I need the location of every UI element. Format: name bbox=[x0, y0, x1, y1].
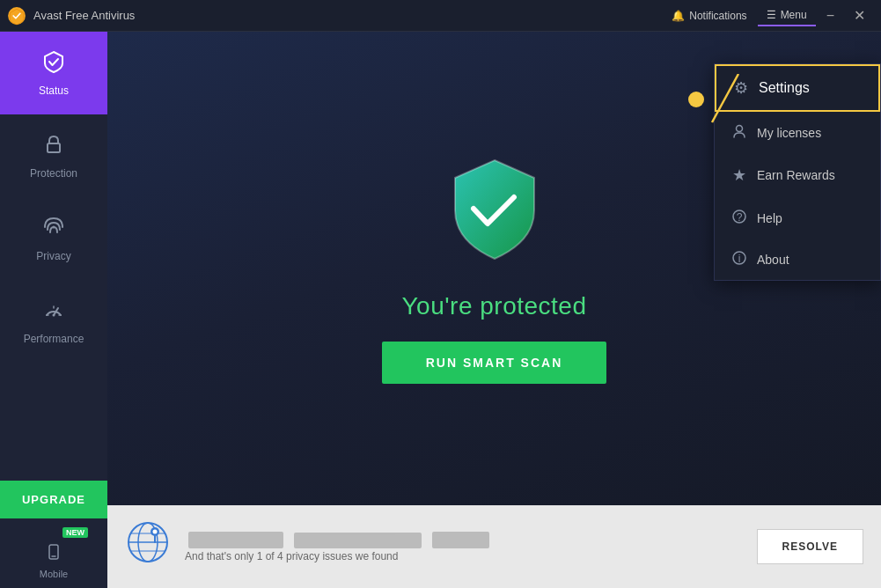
svg-rect-1 bbox=[48, 143, 60, 152]
new-badge: NEW bbox=[62, 527, 88, 538]
menu-button[interactable]: ☰ Menu bbox=[758, 5, 816, 26]
titlebar: Avast Free Antivirus 🔔 Notifications ☰ M… bbox=[0, 0, 881, 32]
app-body: Status Protection Privacy bbox=[0, 32, 881, 588]
notifications-button[interactable]: 🔔 Notifications bbox=[663, 6, 755, 26]
main-content: You're protected RUN SMART SCAN bbox=[107, 32, 881, 588]
sidebar: Status Protection Privacy bbox=[0, 32, 107, 588]
menu-icon: ☰ bbox=[767, 9, 776, 21]
app-logo bbox=[7, 6, 26, 26]
resolve-button[interactable]: RESOLVE bbox=[757, 529, 863, 564]
dropdown-item-help[interactable]: ? Help bbox=[715, 197, 880, 239]
sidebar-item-mobile-label: Mobile bbox=[40, 569, 68, 579]
shield-icon bbox=[442, 153, 547, 268]
minimize-button[interactable]: − bbox=[818, 5, 843, 26]
run-smart-scan-button[interactable]: RUN SMART SCAN bbox=[382, 342, 607, 384]
fingerprint-icon bbox=[41, 215, 66, 243]
sidebar-item-performance-label: Performance bbox=[24, 333, 84, 345]
sidebar-item-status-label: Status bbox=[39, 85, 69, 97]
ip-mask: ██████████ bbox=[294, 533, 422, 548]
svg-text:?: ? bbox=[737, 211, 743, 224]
callout-indicator bbox=[688, 92, 704, 107]
dropdown-item-settings[interactable]: ⚙ Settings bbox=[715, 64, 880, 112]
banner-subtitle: And that's only 1 of 4 privacy issues we… bbox=[185, 550, 743, 562]
sidebar-item-privacy-label: Privacy bbox=[36, 250, 70, 262]
sidebar-item-status[interactable]: Status bbox=[0, 32, 107, 114]
dropdown-item-about[interactable]: i About bbox=[715, 239, 880, 280]
sidebar-item-mobile[interactable]: NEW Mobile bbox=[0, 518, 107, 588]
globe-icon bbox=[125, 519, 171, 574]
banner-text: Your IP address ██████████ is visible An… bbox=[185, 532, 743, 562]
sidebar-item-privacy[interactable]: Privacy bbox=[0, 197, 107, 280]
dropdown-item-licenses[interactable]: My licenses bbox=[715, 112, 880, 153]
svg-text:i: i bbox=[738, 253, 741, 265]
help-icon: ? bbox=[732, 209, 746, 226]
upgrade-button[interactable]: UPGRADE bbox=[0, 481, 107, 518]
bottom-banner: Your IP address ██████████ is visible An… bbox=[107, 505, 881, 588]
titlebar-actions: 🔔 Notifications ☰ Menu − ✕ bbox=[663, 5, 874, 26]
lock-icon bbox=[41, 132, 66, 160]
dropdown-menu: ⚙ Settings My licenses ★ Earn Rewards bbox=[714, 63, 881, 281]
mobile-icon bbox=[45, 543, 62, 565]
svg-point-17 bbox=[737, 126, 743, 132]
shield-wrap bbox=[442, 153, 547, 271]
sidebar-item-performance[interactable]: Performance bbox=[0, 280, 107, 363]
rewards-icon: ★ bbox=[732, 165, 746, 185]
sidebar-item-protection-label: Protection bbox=[30, 167, 77, 180]
svg-point-4 bbox=[53, 314, 55, 317]
app-title: Avast Free Antivirus bbox=[33, 9, 663, 22]
banner-title: Your IP address ██████████ is visible bbox=[185, 532, 743, 547]
sidebar-item-protection[interactable]: Protection bbox=[0, 114, 107, 197]
bell-icon: 🔔 bbox=[672, 10, 685, 22]
speedometer-icon bbox=[41, 298, 66, 326]
license-icon bbox=[732, 124, 746, 141]
svg-point-2 bbox=[53, 226, 55, 229]
close-button[interactable]: ✕ bbox=[845, 5, 874, 26]
settings-icon: ⚙ bbox=[734, 78, 748, 98]
protected-text: You're protected bbox=[401, 292, 586, 320]
svg-point-16 bbox=[153, 530, 158, 534]
shield-check-icon bbox=[41, 49, 66, 77]
about-icon: i bbox=[732, 251, 746, 268]
dropdown-item-rewards[interactable]: ★ Earn Rewards bbox=[715, 153, 880, 197]
